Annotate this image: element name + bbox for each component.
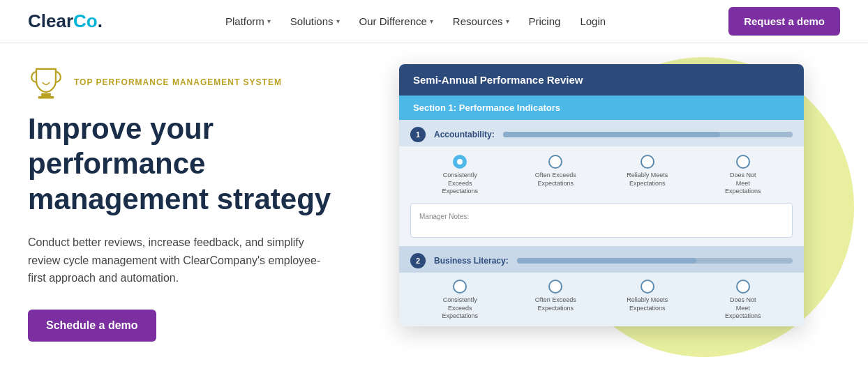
radio-circle — [736, 280, 750, 294]
chevron-down-icon: ▾ — [267, 17, 271, 25]
item2-progress-bar — [517, 258, 793, 264]
svg-rect-0 — [41, 93, 51, 96]
item1-radio-row: Consistently ExceedsExpectations Often E… — [399, 146, 804, 203]
radio-circle — [736, 155, 750, 169]
hero-left: TOP PERFORMANCE MANAGEMENT SYSTEM Improv… — [28, 43, 363, 342]
item1-number: 1 — [410, 127, 426, 142]
item2-number: 2 — [410, 253, 426, 268]
option2-label: Often ExceedsExpectations — [535, 172, 576, 188]
chevron-down-icon: ▾ — [430, 17, 433, 25]
radio-circle — [641, 280, 654, 294]
card-title: Semi-Annual Performance Review — [399, 64, 804, 96]
nav-our-difference[interactable]: Our Difference ▾ — [359, 15, 433, 27]
nav-resources[interactable]: Resources ▾ — [453, 15, 509, 27]
hero-headline: Improve your performance management stra… — [28, 112, 363, 217]
request-demo-button[interactable]: Request a demo — [728, 7, 840, 36]
item1-option-3[interactable]: Reliably MeetsExpectations — [627, 155, 668, 196]
notes-area: Manager Notes: — [399, 203, 804, 246]
option3-label: Reliably MeetsExpectations — [627, 296, 668, 312]
notes-label: Manager Notes: — [419, 213, 469, 220]
item1-option-4[interactable]: Does NotMeet Expectations — [719, 155, 768, 196]
item2-option-1[interactable]: Consistently ExceedsExpectations — [435, 280, 484, 321]
main-content: TOP PERFORMANCE MANAGEMENT SYSTEM Improv… — [0, 43, 868, 373]
item1-progress-fill — [503, 132, 720, 137]
main-nav: Platform ▾ Solutions ▾ Our Difference ▾ … — [225, 15, 606, 27]
nav-pricing[interactable]: Pricing — [529, 15, 561, 27]
option4-label: Does NotMeet Expectations — [719, 172, 768, 196]
badge-label: TOP PERFORMANCE MANAGEMENT SYSTEM — [74, 77, 282, 87]
schedule-demo-button[interactable]: Schedule a demo — [28, 310, 156, 342]
option4-label: Does NotMeet Expectations — [719, 296, 768, 321]
card-body: Section 1: Performance Indicators 1 Acco… — [399, 96, 804, 326]
radio-circle — [548, 155, 562, 169]
option1-label: Consistently ExceedsExpectations — [435, 172, 484, 196]
header: ClearCo. Platform ▾ Solutions ▾ Our Diff… — [0, 0, 868, 43]
nav-solutions[interactable]: Solutions ▾ — [290, 15, 340, 27]
review-card: Semi-Annual Performance Review Section 1… — [399, 64, 804, 326]
chevron-down-icon: ▾ — [336, 17, 340, 25]
notes-box[interactable]: Manager Notes: — [410, 203, 793, 238]
item1-label: Accountability: — [434, 130, 495, 139]
item2-row: 2 Business Literacy: — [399, 246, 804, 273]
item2-radio-row: Consistently ExceedsExpectations Often E… — [399, 273, 804, 326]
chevron-down-icon: ▾ — [506, 17, 509, 25]
radio-circle-selected — [453, 155, 467, 169]
nav-platform[interactable]: Platform ▾ — [225, 15, 271, 27]
radio-circle — [641, 155, 654, 169]
option2-label: Often ExceedsExpectations — [535, 296, 576, 312]
radio-circle — [453, 280, 467, 294]
item2-label: Business Literacy: — [434, 256, 509, 266]
item1-option-2[interactable]: Often ExceedsExpectations — [535, 155, 576, 196]
nav-login[interactable]: Login — [580, 15, 606, 27]
svg-rect-1 — [38, 96, 54, 98]
section1-header: Section 1: Performance Indicators — [399, 96, 804, 120]
item2-option-2[interactable]: Often ExceedsExpectations — [535, 280, 576, 321]
item2-option-3[interactable]: Reliably MeetsExpectations — [627, 280, 668, 321]
item2-option-4[interactable]: Does NotMeet Expectations — [719, 280, 768, 321]
radio-circle — [548, 280, 562, 294]
item1-option-1[interactable]: Consistently ExceedsExpectations — [435, 155, 484, 196]
hero-subtext: Conduct better reviews, increase feedbac… — [28, 234, 328, 287]
option3-label: Reliably MeetsExpectations — [627, 172, 668, 188]
logo-text: ClearCo. — [28, 10, 103, 32]
trophy-icon — [28, 64, 64, 100]
option1-label: Consistently ExceedsExpectations — [435, 296, 484, 321]
item1-progress-bar — [503, 132, 793, 137]
hero-right: Semi-Annual Performance Review Section 1… — [363, 43, 840, 326]
item2-progress-fill — [517, 258, 696, 264]
logo[interactable]: ClearCo. — [28, 10, 103, 32]
item1-row: 1 Accountability: — [399, 120, 804, 146]
badge-row: TOP PERFORMANCE MANAGEMENT SYSTEM — [28, 64, 363, 100]
